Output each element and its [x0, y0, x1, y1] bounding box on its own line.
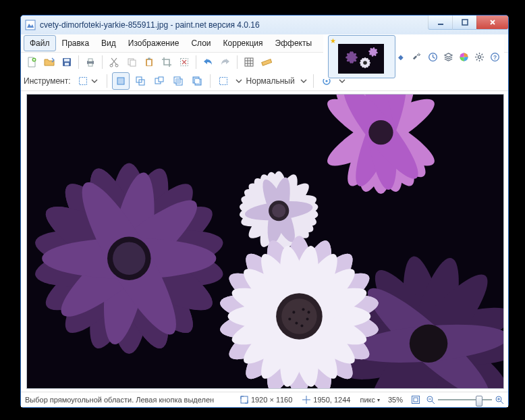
- chevron-down-icon[interactable]: [299, 76, 308, 86]
- svg-rect-161: [414, 398, 418, 402]
- menu-layers[interactable]: Слои: [185, 35, 217, 51]
- instrument-label: Инструмент:: [24, 76, 72, 86]
- undo-icon[interactable]: [200, 54, 216, 70]
- svg-rect-159: [241, 396, 248, 403]
- canvas-viewport[interactable]: [26, 94, 504, 389]
- toolbar-separator: [102, 55, 103, 69]
- svg-rect-160: [412, 396, 420, 404]
- svg-rect-46: [148, 58, 150, 60]
- selection-shape-icon[interactable]: [215, 73, 231, 89]
- svg-rect-58: [176, 79, 180, 83]
- svg-rect-49: [262, 59, 272, 65]
- toolbar-separator: [210, 74, 211, 88]
- svg-point-158: [308, 311, 310, 313]
- svg-rect-62: [219, 78, 227, 85]
- zoom-level[interactable]: 35%: [388, 396, 403, 404]
- tool-selector[interactable]: [75, 73, 102, 89]
- toolbar-separator: [78, 55, 79, 69]
- toolbar-separator: [196, 55, 196, 69]
- svg-line-30: [481, 53, 482, 55]
- svg-point-155: [295, 322, 298, 325]
- svg-line-163: [432, 401, 435, 404]
- menu-image[interactable]: Изображение: [122, 35, 186, 51]
- selection-replace-icon[interactable]: [112, 72, 130, 90]
- selection-xor-icon[interactable]: [189, 73, 205, 89]
- toolbar-separator: [313, 74, 314, 88]
- svg-rect-36: [65, 63, 69, 65]
- deselect-icon[interactable]: [176, 54, 192, 70]
- titlebar[interactable]: cvety-dimorfoteki-yarkie-855911.jpg - pa…: [21, 16, 508, 34]
- maximize-button[interactable]: [452, 16, 476, 30]
- svg-rect-55: [159, 77, 163, 82]
- ruler-icon[interactable]: [258, 54, 275, 70]
- zoom-slider-thumb[interactable]: [476, 396, 482, 406]
- help-icon[interactable]: ?: [488, 50, 501, 63]
- toolbar-separator: [107, 74, 107, 88]
- window-controls: [428, 16, 508, 30]
- colors-window-icon[interactable]: [457, 50, 470, 63]
- zoom-in-icon[interactable]: [495, 395, 504, 404]
- redo-icon[interactable]: [217, 54, 233, 70]
- selection-add-icon[interactable]: [132, 73, 148, 89]
- cursor-pos: 1950, 1244: [302, 395, 350, 404]
- svg-rect-2: [462, 20, 468, 25]
- svg-line-166: [501, 401, 503, 404]
- rectangle-select-icon: [78, 76, 88, 86]
- image-dims: 1920 × 1160: [240, 395, 292, 404]
- svg-point-64: [325, 80, 327, 82]
- svg-point-22: [478, 55, 480, 58]
- layers-window-icon[interactable]: [441, 50, 455, 63]
- thumbnails-chevron-icon[interactable]: ◆: [398, 53, 404, 61]
- thumbnail-preview: [338, 44, 384, 74]
- crop-icon[interactable]: [159, 54, 175, 70]
- svg-point-154: [306, 317, 309, 320]
- svg-rect-1: [438, 24, 443, 25]
- svg-point-152: [292, 311, 295, 313]
- utility-toolbar: ?: [408, 50, 504, 63]
- paste-icon[interactable]: [141, 54, 157, 70]
- zoom-slider[interactable]: [438, 394, 492, 405]
- menu-file[interactable]: Файл: [24, 35, 56, 51]
- grid-icon[interactable]: [241, 54, 257, 70]
- settings-icon[interactable]: [472, 50, 486, 63]
- svg-line-29: [476, 59, 477, 60]
- minimize-button[interactable]: [428, 16, 452, 30]
- close-button[interactable]: [476, 16, 508, 30]
- svg-point-122: [272, 204, 285, 217]
- image-thumbnail[interactable]: ★: [328, 35, 395, 78]
- menu-adjust[interactable]: Коррекция: [217, 35, 269, 51]
- print-icon[interactable]: [82, 54, 99, 70]
- svg-rect-39: [88, 63, 92, 66]
- svg-point-151: [281, 298, 316, 334]
- svg-rect-61: [195, 79, 199, 83]
- fit-window-icon[interactable]: [411, 395, 420, 404]
- svg-rect-51: [117, 78, 124, 84]
- new-file-icon[interactable]: [24, 54, 40, 70]
- svg-point-77: [368, 120, 393, 145]
- star-icon: ★: [330, 37, 336, 45]
- selection-intersect-icon[interactable]: [170, 73, 186, 89]
- svg-rect-43: [130, 60, 136, 66]
- svg-point-105: [410, 325, 447, 363]
- menu-effects[interactable]: Эффекты: [269, 35, 319, 51]
- history-window-icon[interactable]: [426, 50, 439, 63]
- zoom-out-icon[interactable]: [426, 395, 435, 404]
- tools-window-icon[interactable]: [410, 50, 424, 63]
- open-file-icon[interactable]: [41, 54, 57, 70]
- svg-line-28: [481, 59, 482, 60]
- svg-point-157: [300, 325, 303, 327]
- selection-subtract-icon[interactable]: [151, 73, 167, 89]
- chevron-down-icon[interactable]: [234, 76, 244, 86]
- canvas-image: [27, 95, 503, 388]
- svg-point-10: [363, 61, 367, 65]
- cut-icon[interactable]: [106, 54, 122, 70]
- copy-icon[interactable]: [123, 54, 140, 70]
- menu-view[interactable]: Вид: [95, 35, 122, 51]
- svg-rect-0: [26, 20, 35, 30]
- save-icon[interactable]: [59, 54, 75, 70]
- menu-edit[interactable]: Правка: [56, 35, 96, 51]
- unit-selector[interactable]: пикс ▾: [360, 396, 380, 404]
- thumbnails-panel: ★ ◆ ?: [323, 34, 504, 79]
- svg-rect-38: [88, 59, 92, 61]
- svg-rect-48: [245, 58, 253, 66]
